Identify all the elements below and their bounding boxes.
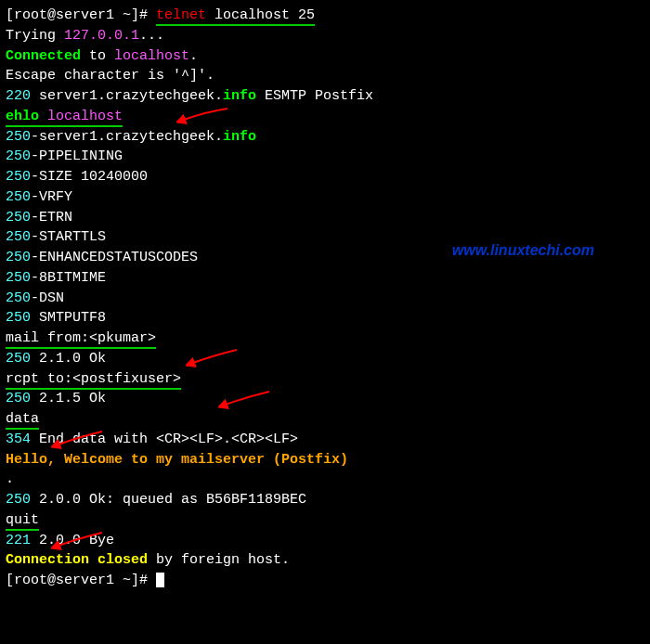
smtp-code: 354 [6, 431, 31, 447]
output-line: 250 SMTPUTF8 [6, 308, 644, 328]
smtp-code: 220 [6, 88, 31, 104]
smtp-code: 221 [6, 533, 31, 548]
command-telnet: telnet [156, 7, 206, 26]
output-line: 250-VRFY [6, 187, 644, 208]
ip-address: 127.0.0.1 [64, 28, 139, 44]
input-line: data [6, 409, 644, 430]
output-line: 250-DSN [6, 289, 644, 309]
smtp-code: 250 [6, 169, 31, 185]
prompt: [root@server1 ~]# [6, 573, 156, 588]
output-line: Connected to localhost. [6, 46, 644, 67]
output-line: Escape character is '^]'. [6, 66, 644, 86]
smtp-code: 250 [6, 290, 31, 306]
output-line: . [6, 470, 644, 490]
output-line: 250-server1.crazytechgeek.info [6, 127, 644, 148]
input-line: quit [6, 510, 644, 531]
watermark: www.linuxtechi.com [452, 239, 594, 261]
smtp-code: 250 [6, 351, 31, 367]
prompt-line: [root@server1 ~]# [6, 571, 644, 591]
smtp-code: 250 [6, 250, 31, 265]
output-line: 250-SIZE 10240000 [6, 167, 644, 187]
smtp-code: 250 [6, 391, 31, 406]
prompt: [root@server1 ~]# [6, 7, 156, 23]
input-line: mail from:<pkumar> [6, 328, 644, 349]
smtp-code: 250 [6, 148, 31, 164]
output-line: 250 2.1.5 Ok [6, 389, 644, 409]
smtp-code: 250 [6, 270, 31, 286]
command-args: localhost 25 [206, 7, 315, 26]
output-line: 354 End data with <CR><LF>.<CR><LF> [6, 430, 644, 450]
output-line: 250 2.1.0 Ok [6, 349, 644, 369]
output-line: 250 2.0.0 Ok: queued as B56BF1189BEC [6, 490, 644, 510]
prompt-line: [root@server1 ~]# telnet localhost 25 [6, 6, 644, 26]
terminal-output[interactable]: [root@server1 ~]# telnet localhost 25 Tr… [6, 6, 644, 591]
output-line: Trying 127.0.0.1... [6, 26, 644, 46]
output-line: 250-PIPELINING [6, 147, 644, 167]
output-line: Connection closed by foreign host. [6, 550, 644, 571]
cursor [156, 573, 164, 587]
hostname: localhost [114, 48, 189, 64]
output-line: 220 server1.crazytechgeek.info ESMTP Pos… [6, 86, 644, 107]
output-line: 250-ETRN [6, 208, 644, 228]
input-line: ehlo localhost [6, 107, 644, 127]
output-line: 221 2.0.0 Bye [6, 531, 644, 551]
smtp-code: 250 [6, 229, 31, 245]
smtp-code: 250 [6, 129, 31, 145]
output-line: Hello, Welcome to my mailserver (Postfix… [6, 450, 644, 470]
output-line: 250-8BITMIME [6, 268, 644, 289]
smtp-code: 250 [6, 492, 31, 508]
smtp-code: 250 [6, 310, 31, 326]
smtp-code: 250 [6, 210, 31, 225]
input-line: rcpt to:<postfixuser> [6, 369, 644, 390]
smtp-code: 250 [6, 189, 31, 205]
